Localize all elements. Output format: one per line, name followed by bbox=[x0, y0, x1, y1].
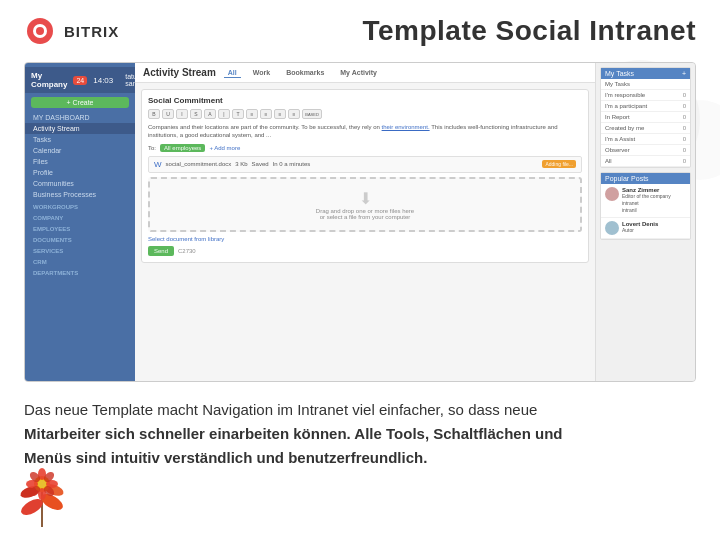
sidebar-item-bp[interactable]: Business Processes bbox=[25, 189, 135, 200]
based-button[interactable]: BASED bbox=[302, 109, 322, 119]
section-departments: DEPARTMENTS bbox=[25, 266, 135, 277]
clock-display: 14:03 bbox=[93, 76, 113, 85]
popular-preview-1: intranil bbox=[622, 207, 686, 214]
activity-stream-header: Activity Stream All Work Bookmarks My Ac… bbox=[135, 63, 595, 83]
all-employees-button[interactable]: All employees bbox=[160, 144, 205, 152]
adding-file-badge: Adding file... bbox=[542, 160, 576, 168]
svg-point-18 bbox=[38, 480, 46, 488]
tasks-item-assist: I'm a Assist 0 bbox=[601, 134, 690, 145]
popular-avatar-2 bbox=[605, 221, 619, 235]
logo-area: BITRIX bbox=[24, 15, 119, 47]
mockup-right-sidebar: My Tasks + My Tasks I'm responsible 0 I'… bbox=[595, 63, 695, 381]
file-time: In 0 a minutes bbox=[273, 161, 311, 167]
create-button[interactable]: + Create bbox=[31, 97, 129, 108]
strikethrough-button[interactable]: S bbox=[190, 109, 202, 119]
sidebar-item-communities[interactable]: Communities bbox=[25, 178, 135, 189]
bottom-line-1: Das neue Template macht Navigation im In… bbox=[24, 398, 696, 422]
send-button[interactable]: Send bbox=[148, 246, 174, 256]
post-link[interactable]: their environment. bbox=[382, 124, 430, 130]
tab-my-activity[interactable]: My Activity bbox=[336, 68, 381, 77]
send-row: Send C2730 bbox=[148, 246, 582, 256]
bottom-line-2: Mitarbeiter sich schneller einarbeiten k… bbox=[24, 422, 696, 446]
tab-work[interactable]: Work bbox=[249, 68, 274, 77]
sep1: | bbox=[218, 109, 230, 119]
logo-text: BITRIX bbox=[64, 23, 119, 40]
tasks-widget-header: My Tasks + bbox=[601, 68, 690, 79]
popular-post-1: Sanz Zimmer Editor of the company intran… bbox=[601, 184, 690, 218]
italic-button[interactable]: I bbox=[176, 109, 188, 119]
sidebar-item-files[interactable]: Files bbox=[25, 156, 135, 167]
sidebar-item-calendar[interactable]: Calendar bbox=[25, 145, 135, 156]
word-icon: W bbox=[154, 160, 162, 169]
sidebar-item-profile[interactable]: Profile bbox=[25, 167, 135, 178]
section-workgroups: WORKGROUPS bbox=[25, 200, 135, 211]
popular-role-1: Editor of the company intranet bbox=[622, 193, 686, 207]
post-text-content: Companies and their locations are part o… bbox=[148, 123, 582, 140]
align-right[interactable]: ≡ bbox=[288, 109, 300, 119]
section-services: SERVICES bbox=[25, 244, 135, 255]
popular-role-2: Autor bbox=[622, 227, 658, 234]
task-created-label: Created by me bbox=[605, 125, 644, 131]
color-button[interactable]: A bbox=[204, 109, 216, 119]
section-company: COMPANY bbox=[25, 211, 135, 222]
notification-badge: 24 bbox=[73, 76, 87, 85]
tasks-item-responsible: I'm responsible 0 bbox=[601, 90, 690, 101]
task-assist-label: I'm a Assist bbox=[605, 136, 635, 142]
sidebar-item-activity[interactable]: Activity Stream bbox=[25, 123, 135, 134]
tasks-item-mytasks: My Tasks bbox=[601, 79, 690, 90]
mockup-sidebar: My Company 24 14:03 tatuma sana + Create… bbox=[25, 63, 135, 381]
svg-point-2 bbox=[36, 27, 44, 35]
task-report-label: In Report bbox=[605, 114, 630, 120]
mockup-main-content: Activity Stream All Work Bookmarks My Ac… bbox=[135, 63, 595, 381]
task-all-label: All bbox=[605, 158, 612, 164]
activity-title: Activity Stream bbox=[143, 67, 216, 78]
post-compose-box: Social Commitment B U I S A | T ≡ ≡ ≡ ≡ … bbox=[141, 89, 589, 263]
task-report-count: 0 bbox=[683, 114, 686, 120]
underline-button[interactable]: U bbox=[162, 109, 174, 119]
section-employees: EMPLOYEES bbox=[25, 222, 135, 233]
tasks-title: My Tasks bbox=[605, 70, 634, 77]
task-participant-label: I'm a participant bbox=[605, 103, 647, 109]
upload-sub: or select a file from your computer bbox=[320, 214, 411, 220]
to-label: To: bbox=[148, 145, 156, 151]
bold-button[interactable]: B bbox=[148, 109, 160, 119]
list-button[interactable]: ≡ bbox=[246, 109, 258, 119]
popular-posts-header: Popular Posts bbox=[601, 173, 690, 184]
bottom-line-3: Menüs sind intuitiv verständlich und ben… bbox=[24, 446, 696, 470]
align-left[interactable]: ≡ bbox=[260, 109, 272, 119]
task-my-label: My Tasks bbox=[605, 81, 630, 87]
text-button[interactable]: T bbox=[232, 109, 244, 119]
popular-post-2: Lovert Denis Autor bbox=[601, 218, 690, 239]
mockup-topbar: My Company 24 14:03 tatuma sana bbox=[25, 67, 135, 93]
sidebar-item-tasks[interactable]: Tasks bbox=[25, 134, 135, 145]
page-title: Template Social Intranet bbox=[362, 15, 696, 47]
tasks-add-btn[interactable]: + bbox=[682, 70, 686, 77]
bottom-text-area: Das neue Template macht Navigation im In… bbox=[0, 382, 720, 482]
align-center[interactable]: ≡ bbox=[274, 109, 286, 119]
task-responsible-label: I'm responsible bbox=[605, 92, 645, 98]
my-tasks-widget: My Tasks + My Tasks I'm responsible 0 I'… bbox=[600, 67, 691, 168]
mockup-screenshot: My Company 24 14:03 tatuma sana + Create… bbox=[24, 62, 696, 382]
cancel-link[interactable]: C2730 bbox=[178, 248, 196, 254]
file-status: Saved bbox=[252, 161, 269, 167]
file-size: 3 Kb bbox=[235, 161, 247, 167]
tab-all[interactable]: All bbox=[224, 68, 241, 78]
add-more-link[interactable]: + Add more bbox=[209, 145, 240, 151]
section-crm: CRM bbox=[25, 255, 135, 266]
tasks-item-observer: Observer 0 bbox=[601, 145, 690, 156]
section-documents: DOCUMENTS bbox=[25, 233, 135, 244]
bitrix-logo-icon bbox=[24, 15, 56, 47]
library-link[interactable]: Select document from library bbox=[148, 236, 582, 242]
task-observer-count: 0 bbox=[683, 147, 686, 153]
file-name: social_commitment.docx bbox=[166, 161, 232, 167]
upload-drop-zone[interactable]: ⬇ Drag and drop one or more files here o… bbox=[148, 177, 582, 232]
sidebar-item-dashboard[interactable]: MY DASHBOARD bbox=[25, 112, 135, 123]
popular-avatar-1 bbox=[605, 187, 619, 201]
tasks-item-all: All 0 bbox=[601, 156, 690, 167]
task-observer-label: Observer bbox=[605, 147, 630, 153]
mention-row: To: All employees + Add more bbox=[148, 144, 582, 152]
popular-title: Popular Posts bbox=[605, 175, 649, 182]
tab-bookmarks[interactable]: Bookmarks bbox=[282, 68, 328, 77]
task-assist-count: 0 bbox=[683, 136, 686, 142]
popular-post-2-text: Lovert Denis Autor bbox=[622, 221, 658, 235]
